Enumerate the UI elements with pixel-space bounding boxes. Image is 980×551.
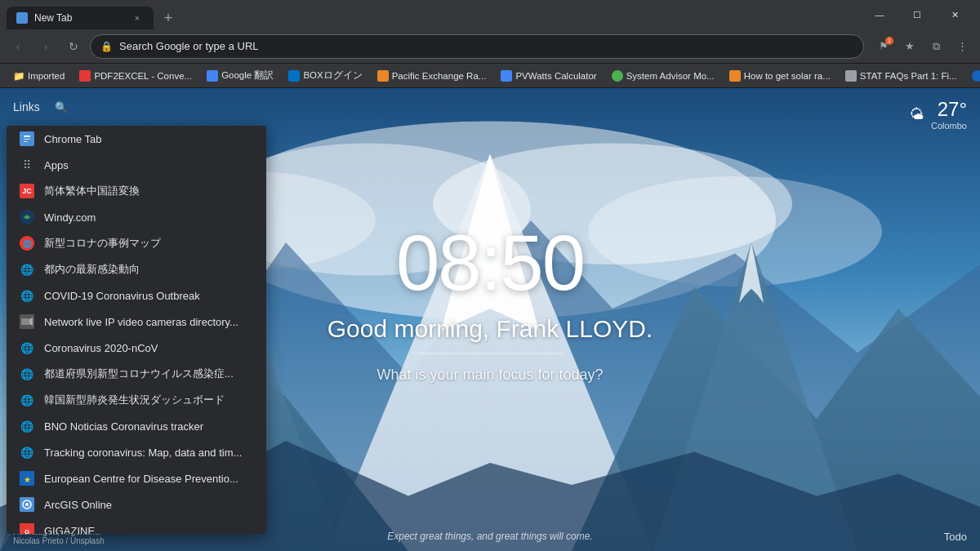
- todo-button[interactable]: Todo: [944, 531, 967, 543]
- bookmarks-icon[interactable]: ★: [898, 35, 921, 58]
- links-dropdown-menu: Chrome Tab ⠿ Apps JC 简体繁体中国語変換 Win: [7, 126, 266, 534]
- bookmark-label: Pacific Exchange Ra...: [392, 71, 487, 81]
- toolbar-icons: ⚑ 1 ★ ⧉ ⋮: [872, 35, 973, 58]
- bookmark-imported[interactable]: 📁 Imported: [7, 68, 71, 84]
- solar-icon: [729, 70, 741, 82]
- bookmark-solar[interactable]: How to get solar ra...: [723, 68, 837, 84]
- shield-icon[interactable]: ⚑ 1: [872, 35, 895, 58]
- weather-condition-icon: 🌤: [910, 106, 924, 123]
- covid-map-label: 新型コロナの事例マップ: [44, 236, 161, 251]
- box-icon: [288, 70, 300, 82]
- menu-item-arcgis[interactable]: ArcGIS Online: [7, 491, 266, 518]
- bookmark-label: System Advisor Mo...: [626, 71, 715, 81]
- forward-button[interactable]: ›: [34, 35, 57, 58]
- menu-item-ecdc[interactable]: ★ European Centre for Disease Preventio.…: [7, 465, 266, 491]
- close-button[interactable]: ✕: [936, 0, 973, 29]
- chrome-window: New Tab × + — ☐ ✕ ‹ › ↻ 🔒 Search Google …: [0, 0, 980, 551]
- links-search-button[interactable]: 🔍: [50, 96, 73, 118]
- weather-info: 27° Colombo: [931, 98, 967, 131]
- chrome-tab-icon: [20, 131, 34, 146]
- menu-item-network-cameras[interactable]: Network live IP video cameras directory.…: [7, 309, 266, 335]
- bookmark-stat-faqs[interactable]: STAT FAQs Part 1: Fi...: [839, 68, 964, 84]
- network-cameras-icon: [20, 314, 34, 329]
- address-bar[interactable]: 🔒 Search Google or type a URL: [90, 34, 864, 59]
- korea-dashboard-icon: 🌐: [20, 393, 34, 407]
- reload-button[interactable]: ↻: [62, 35, 85, 58]
- focus-divider: [416, 353, 564, 353]
- network-cameras-label: Network live IP video cameras directory.…: [44, 316, 238, 328]
- menu-item-tracking-map[interactable]: 🌐 Tracking coronavirus: Map, data and ti…: [7, 439, 266, 465]
- clock-widget: 08:50 Good morning, Frank LLOYD. What is…: [327, 224, 653, 384]
- bookmark-label: Google 翻訳: [221, 69, 274, 82]
- clock-greeting: Good morning, Frank LLOYD.: [327, 315, 653, 343]
- active-tab[interactable]: New Tab ×: [7, 7, 154, 29]
- pdf-icon: [79, 70, 91, 82]
- extensions-icon[interactable]: ⧉: [924, 35, 947, 58]
- jc-icon: JC: [20, 184, 34, 198]
- menu-item-coronavirus-ncov[interactable]: 🌐 Coronavirus 2020-nCoV: [7, 335, 266, 361]
- arcgis-label: ArcGIS Online: [44, 499, 112, 511]
- menu-item-covid-trends[interactable]: 🌐 都内の最新感染動向: [7, 256, 266, 282]
- svg-rect-17: [24, 136, 30, 137]
- menu-item-covid-map[interactable]: 🌐 新型コロナの事例マップ: [7, 230, 266, 256]
- stat-icon: [845, 70, 857, 82]
- menu-item-korea-dashboard[interactable]: 🌐 韓国新型肺炎発生状況ダッシュボード: [7, 387, 266, 413]
- bookmark-nasa[interactable]: NASA EOSDIS Worl...: [965, 68, 980, 84]
- weather-temperature: 27°: [938, 98, 967, 120]
- ecdc-label: European Centre for Disease Preventio...: [44, 473, 238, 485]
- windy-icon: [20, 210, 34, 224]
- folder-icon: 📁: [13, 70, 24, 82]
- menu-item-gigazine[interactable]: G GIGAZINE: [7, 518, 266, 534]
- arcgis-icon: [20, 497, 34, 512]
- bookmarks-bar: 📁 Imported PDF2EXCEL - Conve... Google 翻…: [0, 64, 980, 88]
- menu-item-covid-outbreak[interactable]: 🌐 COVID-19 Coronavirus Outbreak: [7, 282, 266, 309]
- back-button[interactable]: ‹: [7, 35, 29, 58]
- bookmark-pdf2excel[interactable]: PDF2EXCEL - Conve...: [73, 68, 198, 84]
- bottom-quote: Expect great things, and great things wi…: [387, 531, 592, 542]
- new-tab-button[interactable]: +: [157, 7, 180, 29]
- svg-text:🌐: 🌐: [23, 239, 33, 249]
- weather-widget[interactable]: 🌤 27° Colombo: [910, 98, 967, 131]
- sa-icon: [612, 70, 623, 82]
- maximize-button[interactable]: ☐: [898, 0, 936, 29]
- korea-dashboard-label: 韓国新型肺炎発生状況ダッシュボード: [44, 393, 225, 407]
- tab-close-button[interactable]: ×: [131, 11, 144, 24]
- menu-item-apps[interactable]: ⠿ Apps: [7, 152, 266, 178]
- minimize-button[interactable]: —: [861, 0, 898, 29]
- windy-label: Windy.com: [44, 211, 96, 224]
- tab-title: New Tab: [34, 12, 124, 24]
- menu-item-covid-prefecture[interactable]: 🌐 都道府県別新型コロナウイルス感染症...: [7, 361, 266, 387]
- tab-area: New Tab × +: [7, 0, 858, 29]
- covid-outbreak-label: COVID-19 Coronavirus Outbreak: [44, 290, 200, 302]
- bookmark-pvwatts[interactable]: PVWatts Calculator: [494, 68, 603, 84]
- pvwatts-icon: [501, 70, 512, 82]
- window-controls: — ☐ ✕: [861, 0, 973, 29]
- bookmark-box[interactable]: BOXログイン: [282, 67, 368, 84]
- menu-item-bno-tracker[interactable]: 🌐 BNO Noticias Coronavirus tracker: [7, 413, 266, 439]
- focus-prompt[interactable]: What is your main focus for today?: [327, 367, 653, 384]
- bookmark-label: BOXログイン: [303, 69, 362, 82]
- bookmark-label: Imported: [28, 71, 65, 81]
- bno-tracker-icon: 🌐: [20, 419, 34, 433]
- menu-item-jc[interactable]: JC 简体繁体中国語変換: [7, 178, 266, 204]
- menu-icon[interactable]: ⋮: [951, 35, 973, 58]
- tracking-map-label: Tracking coronavirus: Map, data and tim.…: [44, 447, 242, 459]
- bookmark-system-advisor[interactable]: System Advisor Mo...: [605, 68, 721, 84]
- gigazine-icon: G: [20, 523, 34, 534]
- title-bar: New Tab × + — ☐ ✕: [0, 0, 980, 29]
- gigazine-label: GIGAZINE: [44, 525, 95, 535]
- secure-icon: 🔒: [100, 41, 113, 52]
- toolbar: ‹ › ↻ 🔒 Search Google or type a URL ⚑ 1 …: [0, 29, 980, 64]
- svg-point-30: [25, 503, 29, 506]
- apps-icon: ⠿: [20, 158, 34, 172]
- weather-city: Colombo: [931, 121, 967, 131]
- covid-outbreak-icon: 🌐: [20, 288, 34, 303]
- menu-item-chrome-tab[interactable]: Chrome Tab: [7, 126, 266, 152]
- coronavirus-ncov-label: Coronavirus 2020-nCoV: [44, 342, 158, 354]
- bookmark-label: PDF2EXCEL - Conve...: [94, 71, 192, 81]
- menu-item-windy[interactable]: Windy.com: [7, 204, 266, 230]
- bookmark-pacific[interactable]: Pacific Exchange Ra...: [371, 68, 493, 84]
- chrome-tab-label: Chrome Tab: [44, 133, 102, 145]
- address-text: Search Google or type a URL: [119, 40, 853, 52]
- bookmark-google-translate[interactable]: Google 翻訳: [200, 67, 280, 84]
